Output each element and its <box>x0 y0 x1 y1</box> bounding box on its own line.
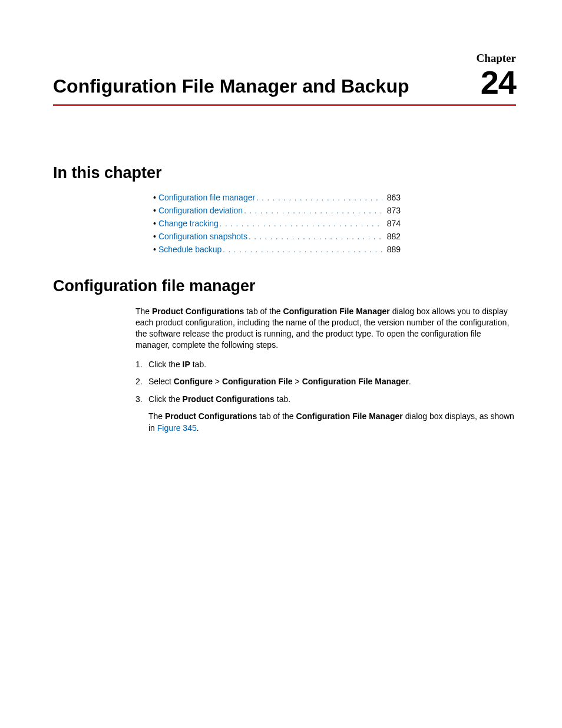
toc-page: 889 <box>384 245 401 254</box>
toc-page: 873 <box>384 206 401 215</box>
toc-leader <box>244 206 382 215</box>
in-this-chapter-section: In this chapter • Configuration file man… <box>53 164 516 258</box>
toc-leader <box>249 232 382 241</box>
step-number: 1. <box>135 359 148 371</box>
steps-list: 1. Click the IP tab. 2. Select Configure… <box>135 359 516 406</box>
step-item: 1. Click the IP tab. <box>135 359 516 371</box>
section-heading: Configuration file manager <box>53 277 516 295</box>
bullet-icon: • <box>153 206 156 215</box>
step-sub-paragraph: The Product Configurations tab of the Co… <box>148 411 516 434</box>
bullet-icon: • <box>153 245 156 254</box>
toc-link[interactable]: Configuration file manager <box>158 193 255 202</box>
step-text: Select Configure > Configuration File > … <box>148 376 516 388</box>
bullet-icon: • <box>153 193 156 202</box>
toc-item: • Change tracking 874 <box>153 219 401 228</box>
step-text: Click the Product Configurations tab. <box>148 394 516 406</box>
toc-item: • Configuration snapshots 882 <box>153 232 401 241</box>
toc-leader <box>220 219 382 228</box>
toc-list: • Configuration file manager 863 • Confi… <box>153 193 401 254</box>
figure-link[interactable]: Figure 345 <box>157 423 197 433</box>
bullet-icon: • <box>153 232 156 241</box>
step-item: 2. Select Configure > Configuration File… <box>135 376 516 388</box>
toc-page: 882 <box>384 232 401 241</box>
divider-rule <box>53 104 516 106</box>
toc-link[interactable]: Configuration deviation <box>158 206 243 215</box>
chapter-title: Configuration File Manager and Backup <box>53 75 409 97</box>
toc-item: • Schedule backup 889 <box>153 245 401 254</box>
toc-item: • Configuration deviation 873 <box>153 206 401 215</box>
config-file-manager-section: Configuration file manager The Product C… <box>53 277 516 434</box>
step-number: 3. <box>135 394 148 406</box>
toc-link[interactable]: Change tracking <box>158 219 219 228</box>
intro-paragraph: The Product Configurations tab of the Co… <box>135 306 516 351</box>
toc-leader <box>256 193 382 202</box>
step-item: 3. Click the Product Configurations tab. <box>135 394 516 406</box>
in-this-chapter-heading: In this chapter <box>53 164 516 182</box>
chapter-number: 24 <box>481 66 516 99</box>
step-number: 2. <box>135 376 148 388</box>
toc-page: 863 <box>384 193 401 202</box>
toc-item: • Configuration file manager 863 <box>153 193 401 202</box>
bullet-icon: • <box>153 219 156 228</box>
toc-leader <box>223 245 382 254</box>
toc-link[interactable]: Schedule backup <box>158 245 222 254</box>
toc-page: 874 <box>384 219 401 228</box>
step-text: Click the IP tab. <box>148 359 516 371</box>
toc-link[interactable]: Configuration snapshots <box>158 232 247 241</box>
chapter-label: Chapter <box>476 52 516 65</box>
